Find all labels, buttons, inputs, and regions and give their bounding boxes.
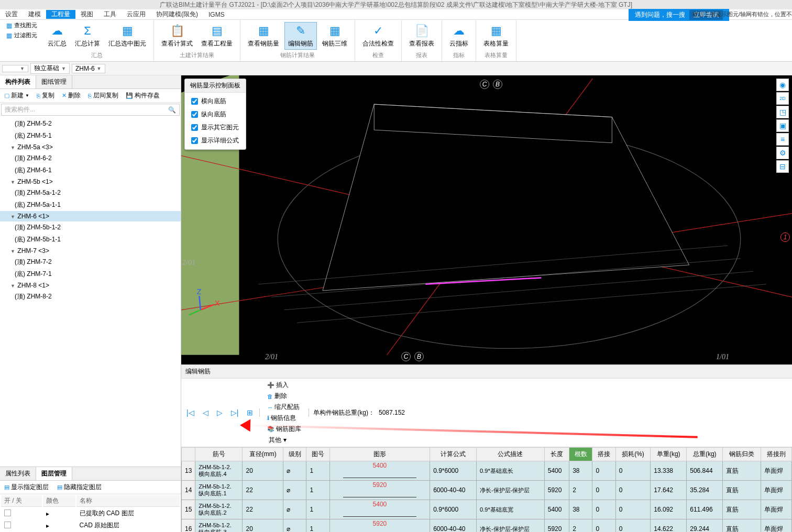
first-icon[interactable]: |◁ xyxy=(184,407,196,418)
layer-name[interactable]: 已提取的 CAD 图层 xyxy=(76,508,180,519)
ribbon-btn-查看报表[interactable]: 📄查看报表 xyxy=(406,23,437,49)
checkbox[interactable] xyxy=(4,509,11,516)
tree-node[interactable]: (顶) ZHM-7-2 xyxy=(0,256,181,268)
layer-toolbar-btn[interactable]: ▤隐藏指定图层 xyxy=(54,482,105,493)
tree-node[interactable]: ▼ ZHM-6 <1> xyxy=(0,211,181,221)
table-row[interactable]: 13ZHM-5b-1-2. 横向底筋.420⌀154000.9*60000.9*… xyxy=(182,461,792,481)
rebar-header[interactable]: 搭接刑 xyxy=(761,448,792,461)
toolbar-btn-层间复制[interactable]: ⎘层间复制 xyxy=(85,90,122,101)
rebar-table[interactable]: 筋号直径(mm)级别图号图形计算公式公式描述长度根数搭接损耗(%)单重(kg)总… xyxy=(181,447,792,532)
cube-icon[interactable]: ◳ xyxy=(776,106,789,118)
rebar-header[interactable]: 根数 xyxy=(569,448,592,461)
toolbar-btn-复制[interactable]: ⎘复制 xyxy=(34,90,58,101)
rebar-header[interactable]: 图形 xyxy=(329,448,430,461)
minimize-icon[interactable]: ⊟ xyxy=(776,160,789,173)
view-2d-icon[interactable]: 2D xyxy=(776,92,789,105)
toolbar-btn-构件存盘[interactable]: 💾构件存盘 xyxy=(123,90,163,101)
ribbon-btn-编辑钢筋[interactable]: ✎编辑钢筋 xyxy=(284,22,317,50)
menu-1[interactable]: 建模 xyxy=(23,10,46,19)
settings-icon[interactable]: ⚙ xyxy=(776,147,789,159)
compass-icon[interactable]: ◉ xyxy=(776,79,789,91)
combo-select[interactable]: 独立基础▼ xyxy=(30,63,70,74)
prev-icon[interactable]: ◁ xyxy=(201,407,211,418)
rebar-header[interactable]: 损耗(%) xyxy=(615,448,651,461)
ribbon-btn-查看计算式[interactable]: 📋查看计算式 xyxy=(158,23,196,49)
checkbox[interactable] xyxy=(191,124,198,131)
combo-select[interactable]: ZHM-6▼ xyxy=(72,64,105,73)
layers-icon[interactable]: ≡ xyxy=(776,133,789,146)
checkbox[interactable] xyxy=(191,111,198,118)
ribbon-btn-查看工程量[interactable]: ▤查看工程量 xyxy=(198,23,236,49)
ctrl-checkbox-item[interactable]: 显示其它图元 xyxy=(191,123,239,132)
tree-node[interactable]: (顶) ZHM-6-2 xyxy=(0,152,181,164)
rebar-header[interactable]: 单重(kg) xyxy=(651,448,687,461)
rebar-header[interactable]: 级别 xyxy=(283,448,306,461)
checkbox[interactable] xyxy=(191,98,198,105)
checkbox[interactable] xyxy=(191,137,198,144)
ribbon-btn-钢筋三维[interactable]: ▦钢筋三维 xyxy=(319,23,350,49)
left-tab-0[interactable]: 构件列表 xyxy=(0,75,36,88)
layer-name[interactable]: CAD 原始图层 xyxy=(76,520,180,531)
layer-toolbar-btn[interactable]: ▤显示指定图层 xyxy=(1,482,52,493)
bottom-tab-0[interactable]: 属性列表 xyxy=(0,467,36,480)
menu-3[interactable]: 视图 xyxy=(75,10,98,19)
rebar-tb-缩尺配筋[interactable]: ↔缩尺配筋 xyxy=(264,402,304,413)
ribbon-small-btn[interactable]: ▦查找图元 xyxy=(4,21,39,30)
ctrl-checkbox-item[interactable]: 纵向底筋 xyxy=(191,110,239,119)
ribbon-small-btn[interactable]: ▦过滤图元 xyxy=(4,31,39,40)
menu-0[interactable]: 设置 xyxy=(0,10,23,19)
tree-node[interactable]: (顶) ZHM-5b-1-2 xyxy=(0,221,181,234)
rebar-header[interactable]: 搭接 xyxy=(592,448,615,461)
rebar-tb-其他[interactable]: 其他 ▾ xyxy=(264,435,304,446)
menu-5[interactable]: 云应用 xyxy=(122,10,151,19)
rebar-tb-钢筋信息[interactable]: ℹ钢筋信息 xyxy=(264,413,304,424)
add-icon[interactable]: ⊞ xyxy=(245,407,255,418)
ribbon-btn-云指标[interactable]: ☁云指标 xyxy=(446,23,471,49)
left-tab-1[interactable]: 图纸管理 xyxy=(36,75,72,88)
tree-node[interactable]: ▼ ZHM-5b <1> xyxy=(0,176,181,187)
ribbon-btn-汇总选中图元[interactable]: ▦汇总选中图元 xyxy=(105,23,149,49)
checkbox[interactable] xyxy=(4,522,11,528)
ribbon-btn-汇总计算[interactable]: Σ汇总计算 xyxy=(72,23,103,49)
ribbon-btn-云汇总[interactable]: ☁云汇总 xyxy=(45,23,70,49)
ribbon-btn-合法性检查[interactable]: ✓合法性检查 xyxy=(359,23,397,49)
ribbon-btn-表格算量[interactable]: ▦表格算量 xyxy=(480,23,512,49)
3d-viewport[interactable]: X Z 钢筋显示控制面板 横向底筋纵向底筋显示其它图元显示详细公式 ◉ 2D ◳… xyxy=(181,75,792,364)
tree-node[interactable]: (顶) ZHM-5a-1-2 xyxy=(0,187,181,199)
cube2-icon[interactable]: ▣ xyxy=(776,119,789,132)
tree-node[interactable]: (底) ZHM-5a-1-1 xyxy=(0,199,181,211)
rebar-header[interactable]: 筋号 xyxy=(195,448,243,461)
tree-node[interactable]: ▼ ZHM-7 <3> xyxy=(0,246,181,256)
menu-4[interactable]: 工具 xyxy=(98,10,122,19)
tree-node[interactable]: ▼ ZHM-8 <1> xyxy=(0,280,181,291)
table-row[interactable]: 14ZHM-5b-1-2. 纵向底筋.122⌀159206000-40-40净长… xyxy=(182,481,792,500)
tree-node[interactable]: (底) ZHM-6-1 xyxy=(0,164,181,176)
toolbar-btn-新建[interactable]: ▢新建 ▼ xyxy=(1,90,32,101)
search-input[interactable]: 搜索构件... 🔍 xyxy=(1,104,180,116)
tree-node[interactable]: (顶) ZHM-5-2 xyxy=(0,118,181,130)
rebar-tb-插入[interactable]: ➕插入 xyxy=(264,380,304,391)
rebar-header[interactable]: 图号 xyxy=(306,448,329,461)
table-row[interactable]: 15ZHM-5b-1-2. 纵向底筋.222⌀154000.9*60000.9*… xyxy=(182,500,792,519)
rebar-header[interactable]: 公式描述 xyxy=(477,448,545,461)
toolbar-btn-删除[interactable]: ✕删除 xyxy=(59,90,84,101)
combo-select[interactable]: ▼ xyxy=(2,65,28,72)
tree-node[interactable]: (底) ZHM-5-1 xyxy=(0,130,181,142)
tree-node[interactable]: (顶) ZHM-8-2 xyxy=(0,291,181,303)
rebar-header[interactable]: 长度 xyxy=(544,448,569,461)
table-row[interactable]: 16ZHM-5b-1-2. 纵向底筋.320⌀159206000-40-40净长… xyxy=(182,519,792,533)
rebar-header[interactable]: 钢筋归类 xyxy=(723,448,761,461)
ctrl-checkbox-item[interactable]: 显示详细公式 xyxy=(191,136,239,145)
menu-6[interactable]: 协同建模(限免) xyxy=(151,10,203,19)
rebar-header[interactable]: 直径(mm) xyxy=(243,448,283,461)
rebar-tb-删除[interactable]: 🗑删除 xyxy=(264,391,304,402)
menu-2[interactable]: 工程量 xyxy=(46,10,75,19)
component-tree[interactable]: (顶) ZHM-5-2(底) ZHM-5-1▼ ZHM-5a <3>(顶) ZH… xyxy=(0,117,181,467)
bottom-tab-1[interactable]: 图层管理 xyxy=(36,467,72,480)
ctrl-checkbox-item[interactable]: 横向底筋 xyxy=(191,97,239,106)
next-icon[interactable]: ▷ xyxy=(215,407,225,418)
last-icon[interactable]: ▷| xyxy=(229,407,241,418)
menu-7[interactable]: IGMS xyxy=(203,11,230,18)
tree-node[interactable]: (底) ZHM-7-1 xyxy=(0,268,181,280)
rebar-display-panel[interactable]: 钢筋显示控制面板 横向底筋纵向底筋显示其它图元显示详细公式 xyxy=(184,79,246,150)
